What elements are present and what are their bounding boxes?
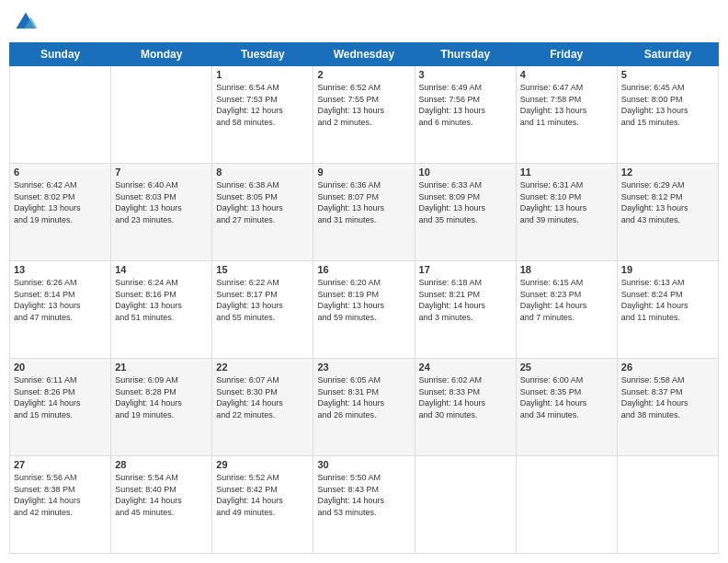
calendar-empty-cell [617,456,718,554]
day-number: 8 [216,167,309,178]
day-number: 6 [14,167,107,178]
day-info: Sunrise: 6:31 AM Sunset: 8:10 PM Dayligh… [520,179,613,225]
calendar-day-19: 19Sunrise: 6:13 AM Sunset: 8:24 PM Dayli… [617,261,718,359]
weekday-header-row: SundayMondayTuesdayWednesdayThursdayFrid… [10,43,719,66]
weekday-header-tuesday: Tuesday [212,43,313,66]
calendar-day-22: 22Sunrise: 6:07 AM Sunset: 8:30 PM Dayli… [212,359,313,456]
calendar-day-28: 28Sunrise: 5:54 AM Sunset: 8:40 PM Dayli… [111,456,212,554]
day-info: Sunrise: 6:05 AM Sunset: 8:31 PM Dayligh… [317,374,410,420]
day-info: Sunrise: 6:52 AM Sunset: 7:55 PM Dayligh… [317,82,410,128]
calendar-day-15: 15Sunrise: 6:22 AM Sunset: 8:17 PM Dayli… [212,261,313,359]
calendar-empty-cell [111,66,212,164]
day-number: 26 [621,362,714,373]
calendar-empty-cell [415,456,516,554]
calendar-day-8: 8Sunrise: 6:38 AM Sunset: 8:05 PM Daylig… [212,164,313,261]
calendar-day-1: 1Sunrise: 6:54 AM Sunset: 7:53 PM Daylig… [212,66,313,164]
weekday-header-saturday: Saturday [617,43,718,66]
day-number: 29 [216,459,309,470]
calendar-week-row: 20Sunrise: 6:11 AM Sunset: 8:26 PM Dayli… [10,359,719,456]
day-number: 5 [621,69,714,80]
calendar-week-row: 27Sunrise: 5:56 AM Sunset: 8:38 PM Dayli… [10,456,719,554]
calendar-day-7: 7Sunrise: 6:40 AM Sunset: 8:03 PM Daylig… [111,164,212,261]
day-info: Sunrise: 5:54 AM Sunset: 8:40 PM Dayligh… [115,472,208,518]
calendar-day-20: 20Sunrise: 6:11 AM Sunset: 8:26 PM Dayli… [10,359,111,456]
calendar-day-4: 4Sunrise: 6:47 AM Sunset: 7:58 PM Daylig… [516,66,617,164]
day-number: 7 [115,167,208,178]
day-info: Sunrise: 6:22 AM Sunset: 8:17 PM Dayligh… [216,277,309,323]
calendar-week-row: 1Sunrise: 6:54 AM Sunset: 7:53 PM Daylig… [10,66,719,164]
day-info: Sunrise: 6:13 AM Sunset: 8:24 PM Dayligh… [621,277,714,323]
day-info: Sunrise: 6:07 AM Sunset: 8:30 PM Dayligh… [216,374,309,420]
day-number: 10 [419,167,512,178]
day-info: Sunrise: 6:26 AM Sunset: 8:14 PM Dayligh… [14,277,107,323]
calendar-day-2: 2Sunrise: 6:52 AM Sunset: 7:55 PM Daylig… [313,66,415,164]
calendar-day-29: 29Sunrise: 5:52 AM Sunset: 8:42 PM Dayli… [212,456,313,554]
day-info: Sunrise: 6:36 AM Sunset: 8:07 PM Dayligh… [317,179,410,225]
day-number: 28 [115,459,208,470]
calendar-day-21: 21Sunrise: 6:09 AM Sunset: 8:28 PM Dayli… [111,359,212,456]
day-info: Sunrise: 6:15 AM Sunset: 8:23 PM Dayligh… [520,277,613,323]
calendar-week-row: 6Sunrise: 6:42 AM Sunset: 8:02 PM Daylig… [10,164,719,261]
day-number: 2 [317,69,410,80]
day-info: Sunrise: 6:24 AM Sunset: 8:16 PM Dayligh… [115,277,208,323]
calendar-day-26: 26Sunrise: 5:58 AM Sunset: 8:37 PM Dayli… [617,359,718,456]
day-info: Sunrise: 5:56 AM Sunset: 8:38 PM Dayligh… [14,472,107,518]
calendar-table: SundayMondayTuesdayWednesdayThursdayFrid… [9,42,719,554]
calendar-day-24: 24Sunrise: 6:02 AM Sunset: 8:33 PM Dayli… [415,359,516,456]
day-info: Sunrise: 6:00 AM Sunset: 8:35 PM Dayligh… [520,374,613,420]
day-number: 19 [621,264,714,275]
day-number: 22 [216,362,309,373]
calendar-day-23: 23Sunrise: 6:05 AM Sunset: 8:31 PM Dayli… [313,359,415,456]
day-number: 17 [419,264,512,275]
calendar-day-18: 18Sunrise: 6:15 AM Sunset: 8:23 PM Dayli… [516,261,617,359]
day-number: 25 [520,362,613,373]
day-number: 21 [115,362,208,373]
calendar-day-17: 17Sunrise: 6:18 AM Sunset: 8:21 PM Dayli… [415,261,516,359]
day-info: Sunrise: 6:47 AM Sunset: 7:58 PM Dayligh… [520,82,613,128]
day-number: 15 [216,264,309,275]
day-info: Sunrise: 6:29 AM Sunset: 8:12 PM Dayligh… [621,179,714,225]
calendar-day-5: 5Sunrise: 6:45 AM Sunset: 8:00 PM Daylig… [617,66,718,164]
day-info: Sunrise: 6:11 AM Sunset: 8:26 PM Dayligh… [14,374,107,420]
header [9,9,719,35]
calendar-day-27: 27Sunrise: 5:56 AM Sunset: 8:38 PM Dayli… [10,456,111,554]
day-number: 14 [115,264,208,275]
day-info: Sunrise: 6:38 AM Sunset: 8:05 PM Dayligh… [216,179,309,225]
calendar-day-25: 25Sunrise: 6:00 AM Sunset: 8:35 PM Dayli… [516,359,617,456]
day-info: Sunrise: 6:49 AM Sunset: 7:56 PM Dayligh… [419,82,512,128]
day-info: Sunrise: 5:52 AM Sunset: 8:42 PM Dayligh… [216,472,309,518]
weekday-header-monday: Monday [111,43,212,66]
calendar-week-row: 13Sunrise: 6:26 AM Sunset: 8:14 PM Dayli… [10,261,719,359]
day-number: 23 [317,362,410,373]
day-info: Sunrise: 5:58 AM Sunset: 8:37 PM Dayligh… [621,374,714,420]
day-number: 20 [14,362,107,373]
day-number: 3 [419,69,512,80]
calendar-day-10: 10Sunrise: 6:33 AM Sunset: 8:09 PM Dayli… [415,164,516,261]
day-info: Sunrise: 6:20 AM Sunset: 8:19 PM Dayligh… [317,277,410,323]
day-number: 12 [621,167,714,178]
day-number: 24 [419,362,512,373]
day-number: 18 [520,264,613,275]
logo [13,9,40,35]
day-info: Sunrise: 6:02 AM Sunset: 8:33 PM Dayligh… [419,374,512,420]
day-number: 4 [520,69,613,80]
calendar-empty-cell [10,66,111,164]
weekday-header-thursday: Thursday [415,43,516,66]
day-info: Sunrise: 6:33 AM Sunset: 8:09 PM Dayligh… [419,179,512,225]
calendar-empty-cell [516,456,617,554]
day-info: Sunrise: 6:45 AM Sunset: 8:00 PM Dayligh… [621,82,714,128]
calendar-day-30: 30Sunrise: 5:50 AM Sunset: 8:43 PM Dayli… [313,456,415,554]
day-number: 13 [14,264,107,275]
calendar-day-12: 12Sunrise: 6:29 AM Sunset: 8:12 PM Dayli… [617,164,718,261]
weekday-header-friday: Friday [516,43,617,66]
day-info: Sunrise: 5:50 AM Sunset: 8:43 PM Dayligh… [317,472,410,518]
calendar-day-11: 11Sunrise: 6:31 AM Sunset: 8:10 PM Dayli… [516,164,617,261]
page: SundayMondayTuesdayWednesdayThursdayFrid… [0,0,728,563]
logo-icon [13,9,39,35]
weekday-header-wednesday: Wednesday [313,43,415,66]
weekday-header-sunday: Sunday [10,43,111,66]
calendar-day-13: 13Sunrise: 6:26 AM Sunset: 8:14 PM Dayli… [10,261,111,359]
day-info: Sunrise: 6:09 AM Sunset: 8:28 PM Dayligh… [115,374,208,420]
day-number: 30 [317,459,410,470]
calendar-day-16: 16Sunrise: 6:20 AM Sunset: 8:19 PM Dayli… [313,261,415,359]
